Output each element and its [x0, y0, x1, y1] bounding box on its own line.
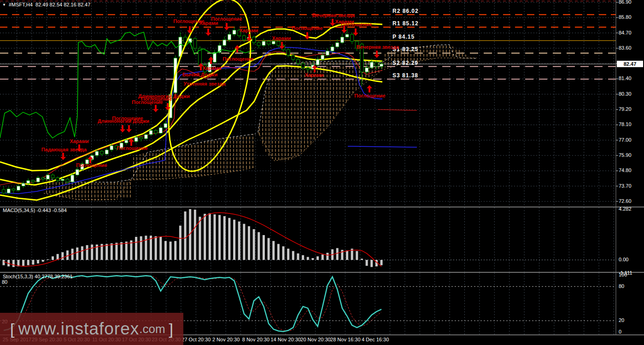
down-arrow-icon [374, 51, 380, 58]
price-tick-label: 84.70 [619, 30, 632, 35]
time-tick-label: 27 Oct 20:30 [181, 337, 211, 342]
candle [370, 62, 373, 68]
macd-panel[interactable] [0, 209, 616, 267]
pattern-annotation: Утренняя звезда [183, 81, 225, 86]
macd-indicator-label: MACD(5,34,5) -0.443 -0.584 [3, 207, 67, 213]
candle [71, 175, 74, 182]
chart-window: ▼#MSFT,H4 82.49 82.54 82.16 82.47 MACD(5… [0, 0, 644, 345]
pivot-level-label: R2 86.02 [392, 8, 419, 14]
down-arrow-icon [153, 105, 158, 112]
candle [375, 62, 378, 66]
time-tick-label: 14 Nov 20:30 [270, 337, 300, 342]
pattern-annotation: Поглощение [354, 93, 385, 98]
candle [7, 189, 10, 193]
candle [252, 37, 256, 43]
pivot-level-label: P 84.15 [392, 34, 415, 40]
candle [31, 180, 35, 182]
candle [321, 55, 324, 59]
price-tick-label: 83.60 [619, 45, 632, 51]
pattern-annotation: Поглощение [132, 99, 163, 105]
candle [159, 127, 162, 133]
price-tick-label: 79.20 [619, 106, 632, 112]
chart-canvas[interactable] [0, 0, 644, 345]
pattern-annotation: Харами [202, 65, 221, 71]
candle [12, 189, 15, 190]
candle [76, 169, 79, 175]
candle [56, 178, 59, 180]
candle [135, 138, 138, 142]
time-tick-label: 28 Nov 16:30 [330, 337, 360, 342]
candle [297, 59, 300, 63]
pivot-level-label: S2 82.29 [392, 60, 418, 66]
pattern-annotation: Поглощение [292, 25, 322, 31]
stoch-values: 40.2778 39.2361 [35, 274, 73, 279]
time-tick-label: 4 Dec 16:30 [362, 337, 389, 342]
down-arrow-icon [60, 153, 66, 160]
watermark-text: www.instaforex [18, 319, 139, 339]
price-tick-label: 72.60 [619, 198, 632, 204]
macd-scale-label: 0.00 [619, 257, 628, 262]
price-tick-label: 75.90 [619, 152, 632, 158]
price-tick-label: 85.80 [619, 14, 632, 20]
instaforex-watermark: [ www.instaforex .com ] [0, 313, 183, 345]
down-arrow-icon [205, 29, 211, 36]
macd-name: MACD(5,34,5) [3, 207, 35, 213]
candle [301, 63, 304, 68]
candle [326, 51, 329, 55]
stoch-scale-label: 0 [619, 329, 621, 334]
candle [2, 190, 6, 193]
watermark-bracket-right: ] [169, 320, 173, 338]
candle [164, 123, 167, 127]
pattern-annotation: Харами [304, 72, 323, 78]
watermark-domain-suffix: .com [139, 322, 165, 336]
stoch-scale-label: 80 [619, 283, 624, 289]
candle [380, 64, 383, 66]
pattern-annotation: Падающая звезда [41, 147, 87, 152]
candle [154, 130, 158, 133]
pattern-annotation: Поглощение [117, 145, 147, 151]
pivot-level-label: R3 86.99 [392, 0, 419, 0]
macd-values: -0.443 -0.584 [36, 207, 66, 213]
pivot-level-label: S3 81.38 [392, 72, 418, 79]
pattern-annotation: Поглощение [222, 56, 253, 62]
pattern-annotation: Вечерняя звезда [357, 44, 399, 50]
candle [105, 150, 108, 154]
candle [340, 37, 344, 43]
candle [272, 41, 275, 44]
time-tick-label: 2 Nov 20:30 [212, 337, 240, 342]
pattern-annotation: Поглощение [341, 22, 372, 27]
macd-scale-label: 4.282 [619, 206, 632, 212]
candle [287, 50, 290, 55]
price-tick-label: 80.30 [619, 91, 632, 97]
down-arrow-icon [126, 125, 132, 132]
pattern-annotation: Харами [272, 35, 291, 41]
stoch-name: Stoch(15,3,3) [3, 274, 33, 279]
candle [277, 41, 280, 46]
candle [233, 30, 236, 34]
current-price-badge: 82.47 [617, 61, 643, 67]
price-tick-label: 78.10 [619, 121, 632, 127]
candle [144, 135, 147, 139]
time-tick-label: 20 Nov 20:30 [300, 337, 330, 342]
pattern-annotation: Вечерняя звезда [312, 12, 355, 18]
pattern-annotation: Длинноногий Доджи [98, 118, 149, 124]
candle [292, 55, 295, 59]
candle [242, 36, 246, 40]
candle [365, 68, 369, 72]
price-tick-label: 86.90 [619, 0, 632, 5]
candle [125, 140, 128, 143]
candle [351, 34, 354, 41]
candle [331, 47, 334, 51]
symbol-dropdown-icon[interactable]: ▼ [2, 3, 6, 7]
candle [267, 41, 270, 44]
up-arrow-icon [367, 85, 372, 92]
price-tick-label: 74.80 [619, 167, 632, 173]
candle [95, 151, 99, 155]
pattern-annotation: Бычий Доджи [182, 72, 217, 77]
price-tick-label: 73.70 [619, 183, 632, 189]
price-tick-label: 77.00 [619, 137, 632, 143]
ohlc-values: 82.49 82.54 82.16 82.47 [35, 2, 90, 7]
pattern-annotation: Харами [239, 28, 258, 33]
pivot-level-label: R1 85.12 [392, 20, 419, 27]
candle [61, 179, 64, 180]
